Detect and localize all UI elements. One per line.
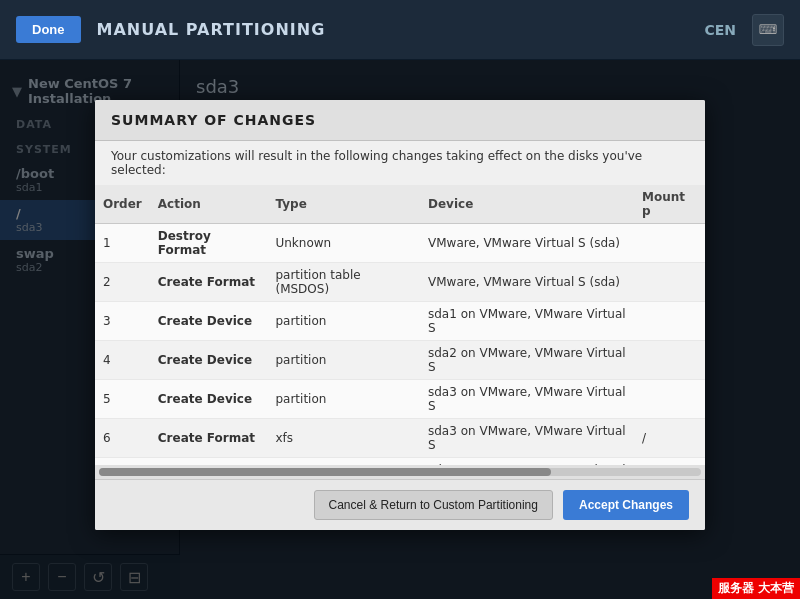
cell-mount: / (634, 419, 705, 458)
cell-device: sda2 on VMware, VMware Virtual S (420, 341, 634, 380)
keyboard-icon: ⌨ (759, 22, 778, 37)
cell-type: partition (267, 302, 420, 341)
cancel-button[interactable]: Cancel & Return to Custom Partitioning (314, 490, 553, 520)
modal-footer: Cancel & Return to Custom Partitioning A… (95, 479, 705, 530)
header-title: MANUAL PARTITIONING (97, 20, 401, 39)
modal-header: SUMMARY OF CHANGES (95, 100, 705, 141)
table-header: Order Action Type Device Mount p (95, 185, 705, 224)
cell-action: Create Device (150, 380, 268, 419)
cell-order: 5 (95, 380, 150, 419)
table-body: 1Destroy FormatUnknownVMware, VMware Vir… (95, 224, 705, 466)
done-button[interactable]: Done (16, 16, 81, 43)
scrollbar-area[interactable] (95, 465, 705, 479)
cell-order: 4 (95, 341, 150, 380)
cell-device: VMware, VMware Virtual S (sda) (420, 224, 634, 263)
changes-table: Order Action Type Device Mount p 1Destro… (95, 185, 705, 465)
cell-action: Create Format (150, 263, 268, 302)
cell-order: 1 (95, 224, 150, 263)
cell-order: 7 (95, 458, 150, 466)
cell-device: sda3 on VMware, VMware Virtual S (420, 380, 634, 419)
table-row: 6Create Formatxfssda3 on VMware, VMware … (95, 419, 705, 458)
scrollbar-thumb[interactable] (99, 468, 551, 476)
cell-order: 2 (95, 263, 150, 302)
cell-action: Create Format (150, 419, 268, 458)
col-type: Type (267, 185, 420, 224)
cell-mount (634, 224, 705, 263)
table-row: 3Create Devicepartitionsda1 on VMware, V… (95, 302, 705, 341)
watermark: 服务器 大本营 (712, 578, 800, 599)
changes-table-container: Order Action Type Device Mount p 1Destro… (95, 185, 705, 465)
cell-type: xfs (267, 419, 420, 458)
cell-type: swap (267, 458, 420, 466)
accept-button[interactable]: Accept Changes (563, 490, 689, 520)
cell-mount (634, 263, 705, 302)
keyboard-icon-button[interactable]: ⌨ (752, 14, 784, 46)
col-action: Action (150, 185, 268, 224)
table-row: 2Create Formatpartition table (MSDOS)VMw… (95, 263, 705, 302)
cell-order: 3 (95, 302, 150, 341)
cell-type: partition table (MSDOS) (267, 263, 420, 302)
cell-device: sda3 on VMware, VMware Virtual S (420, 419, 634, 458)
cell-mount (634, 458, 705, 466)
summary-modal: SUMMARY OF CHANGES Your customizations w… (95, 100, 705, 530)
scrollbar-track (99, 468, 701, 476)
table-row: 7Create Formatswapsda2 on VMware, VMware… (95, 458, 705, 466)
cell-type: partition (267, 341, 420, 380)
cell-type: partition (267, 380, 420, 419)
table-row: 1Destroy FormatUnknownVMware, VMware Vir… (95, 224, 705, 263)
col-order: Order (95, 185, 150, 224)
cell-action: Create Device (150, 341, 268, 380)
cell-device: sda2 on VMware, VMware Virtual S (420, 458, 634, 466)
cell-action: Destroy Format (150, 224, 268, 263)
modal-overlay: SUMMARY OF CHANGES Your customizations w… (0, 60, 800, 599)
cell-type: Unknown (267, 224, 420, 263)
modal-description: Your customizations will result in the f… (95, 141, 705, 185)
table-row: 4Create Devicepartitionsda2 on VMware, V… (95, 341, 705, 380)
cell-mount (634, 341, 705, 380)
table-row: 5Create Devicepartitionsda3 on VMware, V… (95, 380, 705, 419)
cell-order: 6 (95, 419, 150, 458)
cell-mount (634, 380, 705, 419)
main-area: ▼ New CentOS 7 Installation DATA SYSTEM … (0, 60, 800, 599)
cell-device: sda1 on VMware, VMware Virtual S (420, 302, 634, 341)
cell-device: VMware, VMware Virtual S (sda) (420, 263, 634, 302)
col-device: Device (420, 185, 634, 224)
cell-action: Create Device (150, 302, 268, 341)
cell-mount (634, 302, 705, 341)
col-mount: Mount p (634, 185, 705, 224)
modal-title: SUMMARY OF CHANGES (111, 112, 689, 128)
cell-action: Create Format (150, 458, 268, 466)
corner-label: CEN (704, 22, 736, 38)
header: Done MANUAL PARTITIONING CEN ⌨ (0, 0, 800, 60)
